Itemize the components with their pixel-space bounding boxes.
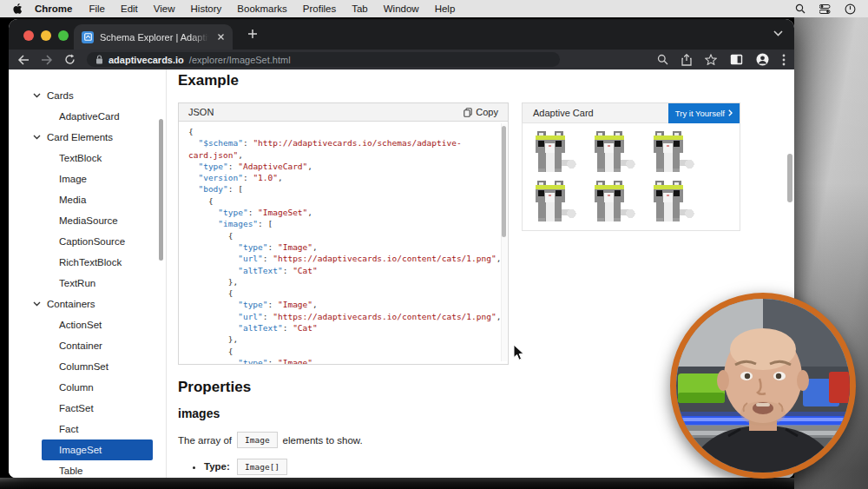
- profile-avatar-icon[interactable]: [756, 53, 769, 66]
- sidebar-section-containers[interactable]: Containers: [9, 294, 166, 314]
- close-window-button[interactable]: [23, 30, 34, 41]
- new-tab-button[interactable]: [247, 28, 259, 40]
- menu-item[interactable]: Edit: [113, 3, 146, 14]
- macos-menu-bar: Chrome FileEditViewHistoryBookmarksProfi…: [0, 0, 868, 17]
- try-it-yourself-button[interactable]: Try it Yourself: [668, 103, 740, 123]
- tab-favicon-icon: [82, 31, 94, 43]
- sidebar-item-media[interactable]: Media: [9, 189, 166, 210]
- chevron-down-icon: [33, 135, 41, 140]
- forward-icon[interactable]: [41, 55, 53, 65]
- code-line: "altText": "Cat": [188, 265, 494, 276]
- active-app-name[interactable]: Chrome: [26, 3, 81, 14]
- share-icon[interactable]: [681, 54, 692, 66]
- chevron-down-icon: [33, 301, 41, 307]
- sidebar-item-captionsource[interactable]: CaptionSource: [9, 231, 166, 252]
- presenter-video: [676, 299, 850, 472]
- sidebar-scrollbar[interactable]: [159, 119, 163, 261]
- sidebar-item-adaptivecard[interactable]: AdaptiveCard: [9, 106, 166, 127]
- find-in-page-icon[interactable]: [657, 54, 668, 65]
- code-line: },: [188, 334, 494, 345]
- copy-button[interactable]: Copy: [464, 107, 498, 117]
- menu-item[interactable]: Tab: [344, 3, 376, 14]
- menu-item[interactable]: Profiles: [295, 3, 344, 14]
- zoom-window-button[interactable]: [58, 30, 69, 41]
- code-line: "type": "Image",: [188, 241, 494, 253]
- code-line: {: [188, 195, 494, 207]
- code-line: "body": [: [188, 183, 494, 195]
- code-line: "images": [: [188, 218, 494, 229]
- tab-strip: Schema Explorer | Adaptive Ca: [9, 19, 794, 50]
- code-line: "url": "https://adaptivecards.io/content…: [188, 311, 494, 322]
- reload-icon[interactable]: [64, 54, 76, 65]
- code-line: {: [188, 287, 494, 299]
- schema-sidebar: CardsAdaptiveCardCard ElementsTextBlockI…: [9, 69, 167, 478]
- code-line: {: [188, 346, 494, 357]
- sidebar-section-card-elements[interactable]: Card Elements: [9, 127, 166, 148]
- code-line: "type": "Image",: [188, 299, 494, 310]
- tab-close-icon[interactable]: [217, 33, 225, 41]
- sidebar-item-image[interactable]: Image: [9, 169, 166, 189]
- sidebar-item-textblock[interactable]: TextBlock: [9, 148, 166, 169]
- clock-status-icon[interactable]: [845, 3, 856, 15]
- json-code[interactable]: { "$schema": "http://adaptivecards.io/sc…: [179, 122, 508, 364]
- code-line: card.json",: [188, 149, 494, 161]
- apple-menu-icon[interactable]: [12, 3, 23, 15]
- code-line: {: [188, 126, 494, 137]
- sidebar-item-imageset[interactable]: ImageSet: [42, 439, 153, 460]
- url-host: adaptivecards.io: [108, 55, 184, 65]
- cat-image: [648, 178, 707, 228]
- code-line: "type": "Image",: [188, 357, 494, 364]
- sidebar-item-columnset[interactable]: ColumnSet: [9, 356, 166, 377]
- screen: Chrome FileEditViewHistoryBookmarksProfi…: [0, 0, 868, 489]
- code-line: "$schema": "http://adaptivecards.io/sche…: [188, 137, 494, 149]
- browser-tab[interactable]: Schema Explorer | Adaptive Ca: [74, 24, 233, 50]
- tab-search-chevron-icon[interactable]: [773, 30, 783, 36]
- sidebar-item-factset[interactable]: FactSet: [9, 398, 166, 419]
- control-center-icon[interactable]: [819, 4, 831, 14]
- bookmark-star-icon[interactable]: [705, 54, 717, 65]
- code-line: },: [188, 276, 494, 287]
- adaptive-card-label: Adaptive Card: [533, 108, 594, 118]
- cat-image: [589, 129, 648, 178]
- sidebar-section-cards[interactable]: Cards: [9, 85, 166, 106]
- menu-item[interactable]: Bookmarks: [229, 3, 295, 14]
- cat-image: [648, 129, 707, 178]
- cat-image: [529, 129, 589, 178]
- side-panel-icon[interactable]: [730, 54, 743, 65]
- sidebar-item-textrun[interactable]: TextRun: [9, 273, 166, 294]
- sidebar-item-richtextblock[interactable]: RichTextBlock: [9, 252, 166, 273]
- browser-toolbar: adaptivecards.io/explorer/ImageSet.html: [9, 50, 794, 69]
- desktop-background-bottom: [0, 478, 794, 489]
- back-icon[interactable]: [17, 55, 30, 65]
- cat-image: [529, 178, 589, 228]
- cat-image: [589, 178, 648, 228]
- address-bar[interactable]: adaptivecards.io/explorer/ImageSet.html: [87, 52, 560, 67]
- menu-item[interactable]: View: [146, 3, 183, 14]
- sidebar-item-mediasource[interactable]: MediaSource: [9, 210, 166, 231]
- sidebar-item-container[interactable]: Container: [9, 335, 166, 356]
- spotlight-search-icon[interactable]: [795, 3, 806, 14]
- code-line: "url": "https://adaptivecards.io/content…: [188, 253, 494, 264]
- code-line: "type": "ImageSet",: [188, 207, 494, 218]
- code-line: "type": "AdaptiveCard",: [188, 161, 494, 172]
- minimize-window-button[interactable]: [41, 30, 51, 41]
- type-bullet: Type: Image[]: [204, 459, 794, 475]
- code-line: "altText": "Cat": [188, 322, 494, 334]
- menu-item[interactable]: File: [81, 3, 113, 14]
- code-scrollbar[interactable]: [501, 123, 507, 361]
- sidebar-item-table[interactable]: Table: [9, 460, 166, 478]
- json-panel-header: JSON Copy: [179, 103, 508, 122]
- tab-title: Schema Explorer | Adaptive Ca: [100, 32, 211, 43]
- sidebar-item-column[interactable]: Column: [9, 377, 166, 398]
- chevron-down-icon: [33, 93, 41, 98]
- image-type-chip: Image: [237, 432, 278, 448]
- sidebar-item-actionset[interactable]: ActionSet: [9, 314, 166, 335]
- kebab-menu-icon[interactable]: [782, 54, 786, 66]
- menu-item[interactable]: Window: [376, 3, 427, 14]
- sidebar-item-fact[interactable]: Fact: [9, 419, 166, 439]
- page-scrollbar[interactable]: [787, 154, 792, 202]
- menu-item[interactable]: Help: [427, 3, 464, 14]
- url-path: /explorer/ImageSet.html: [189, 55, 291, 65]
- menu-item[interactable]: History: [183, 3, 230, 14]
- adaptive-card-header: Adaptive Card Try it Yourself: [522, 102, 740, 122]
